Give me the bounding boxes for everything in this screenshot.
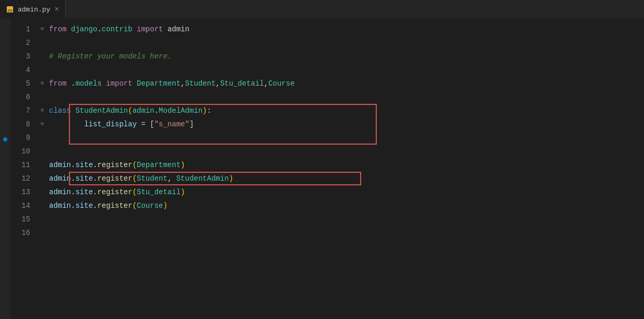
site-12: site [75, 172, 93, 185]
admin-site-11: admin [49, 158, 71, 172]
line-num-1: 1 [10, 22, 30, 36]
fold-arrow-8[interactable]: ⊖ [41, 117, 49, 131]
line-num-10: 10 [10, 145, 30, 158]
code-line-12: admin . site . register ( Student , Stud… [41, 172, 644, 185]
comment-line: # Register your models here. [49, 50, 172, 63]
code-line-5: ⊖ from . models import Department , Stud… [41, 77, 644, 90]
line-num-6: 6 [10, 90, 30, 104]
keyword-import-1: import [137, 22, 163, 36]
fold-arrow-5[interactable]: ⊖ [41, 77, 49, 90]
arg-student: Student [137, 172, 168, 185]
line-num-5: 5 [10, 77, 30, 90]
import-student: Student [185, 77, 216, 90]
site-14: site [75, 199, 93, 212]
line-num-7: 7 [10, 104, 30, 117]
line-num-8: 8 [10, 117, 30, 131]
classname-studentadmin: StudentAdmin [75, 104, 128, 117]
line-num-4: 4 [10, 63, 30, 77]
tab-close-button[interactable]: × [54, 6, 58, 13]
tab-bar: py admin.py × [0, 0, 644, 18]
line-num-9: 9 [10, 131, 30, 145]
keyword-from-5: from [49, 77, 67, 90]
keyword-import-5: import [106, 77, 132, 90]
code-line-11: admin . site . register ( Department ) [41, 158, 644, 172]
site-11: site [75, 158, 93, 172]
code-line-10 [41, 145, 644, 158]
line-num-2: 2 [10, 36, 30, 50]
editor-container: py admin.py × 1 2 3 4 5 6 7 8 9 10 11 12… [0, 0, 644, 319]
site-13: site [75, 185, 93, 199]
code-line-3: # Register your models here. [41, 50, 644, 63]
code-line-9 [41, 131, 644, 145]
import-department: Department [137, 77, 181, 90]
arg-studetail: Stu_detail [137, 185, 181, 199]
file-icon: py [6, 6, 14, 13]
import-admin: admin [168, 22, 189, 36]
line-num-13: 13 [10, 185, 30, 199]
module-contrib: contrib [102, 22, 133, 36]
code-line-14: admin . site . register ( Course ) [41, 199, 644, 212]
code-line-4 [41, 63, 644, 77]
arg-course: Course [137, 199, 163, 212]
code-line-1: ⊖ from django . contrib import admin [41, 22, 644, 36]
code-line-6 [41, 90, 644, 104]
code-line-2 [41, 36, 644, 50]
line-num-3: 3 [10, 50, 30, 63]
tab-filename: admin.py [18, 6, 50, 14]
code-area: 1 2 3 4 5 6 7 8 9 10 11 12 13 14 15 16 ⊖… [0, 18, 644, 319]
editor-tab[interactable]: py admin.py × [0, 0, 66, 18]
code-line-7: ⊖ class StudentAdmin ( admin . ModelAdmi… [41, 104, 644, 117]
fold-arrow-7[interactable]: ⊖ [41, 104, 49, 117]
arg-studentadmin: StudentAdmin [176, 172, 229, 185]
line-numbers: 1 2 3 4 5 6 7 8 9 10 11 12 13 14 15 16 [10, 18, 37, 319]
import-course: Course [268, 77, 294, 90]
code-line-13: admin . site . register ( Stu_detail ) [41, 185, 644, 199]
line-num-12: 12 [10, 172, 30, 185]
admin-site-14: admin [49, 199, 71, 212]
register-fn-13: register [97, 185, 132, 199]
classname-modeladmin: ModelAdmin [159, 104, 202, 117]
code-content[interactable]: ⊖ from django . contrib import admin # R… [37, 18, 644, 319]
string-s-name: "s_name" [154, 117, 189, 131]
code-line-16 [41, 226, 644, 240]
register-fn-12: register [97, 172, 132, 185]
line-num-11: 11 [10, 158, 30, 172]
fold-arrow-1[interactable]: ⊖ [41, 22, 49, 36]
register-fn-14: register [97, 199, 132, 212]
line-num-16: 16 [10, 226, 30, 240]
keyword-class: class [49, 104, 71, 117]
svg-text:py: py [8, 8, 12, 13]
module-models: models [75, 77, 101, 90]
register-fn-11: register [97, 158, 132, 172]
module-admin-ref: admin [133, 104, 154, 117]
var-list-display: list_display [84, 117, 137, 131]
module-django: django [71, 22, 97, 36]
arg-department: Department [137, 158, 181, 172]
admin-site-13: admin [49, 185, 71, 199]
sidebar-indicator [0, 18, 10, 319]
admin-site-12: admin [49, 172, 71, 185]
line-num-15: 15 [10, 212, 30, 226]
keyword-from-1: from [49, 22, 67, 36]
code-line-8: ⊖ list_display = [ "s_name" ] [41, 117, 644, 131]
import-studetail: Stu_detail [220, 77, 264, 90]
code-line-15 [41, 212, 644, 226]
breakpoint-dot [3, 137, 7, 141]
line-num-14: 14 [10, 199, 30, 212]
